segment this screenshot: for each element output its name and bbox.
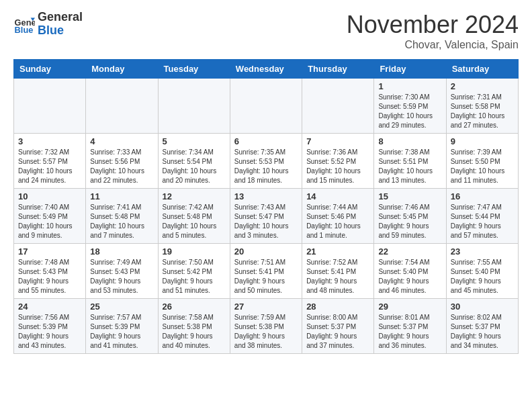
day-cell: 18Sunrise: 7:49 AM Sunset: 5:43 PM Dayli…	[86, 244, 158, 299]
day-number: 10	[18, 191, 81, 201]
weekday-header-saturday: Saturday	[446, 60, 518, 79]
day-info: Sunrise: 7:31 AM Sunset: 5:58 PM Dayligh…	[451, 93, 514, 130]
day-cell: 13Sunrise: 7:43 AM Sunset: 5:47 PM Dayli…	[230, 189, 302, 244]
day-cell: 26Sunrise: 7:58 AM Sunset: 5:38 PM Dayli…	[158, 299, 230, 354]
day-number: 23	[451, 246, 514, 257]
day-number: 3	[18, 136, 81, 146]
day-info: Sunrise: 7:43 AM Sunset: 5:47 PM Dayligh…	[234, 203, 298, 240]
logo-line1: General	[38, 11, 83, 24]
day-number: 12	[163, 191, 226, 201]
day-number: 20	[234, 246, 298, 257]
weekday-header-monday: Monday	[86, 60, 158, 79]
day-info: Sunrise: 7:56 AM Sunset: 5:39 PM Dayligh…	[18, 313, 81, 351]
day-number: 5	[163, 136, 226, 146]
day-cell: 4Sunrise: 7:33 AM Sunset: 5:56 PM Daylig…	[86, 134, 158, 189]
day-info: Sunrise: 7:57 AM Sunset: 5:39 PM Dayligh…	[90, 313, 153, 351]
day-number: 2	[451, 81, 514, 91]
week-row-3: 10Sunrise: 7:40 AM Sunset: 5:49 PM Dayli…	[14, 189, 519, 244]
day-info: Sunrise: 7:52 AM Sunset: 5:41 PM Dayligh…	[306, 258, 369, 295]
day-number: 17	[18, 246, 81, 257]
day-cell: 15Sunrise: 7:46 AM Sunset: 5:45 PM Dayli…	[374, 189, 446, 244]
day-cell: 9Sunrise: 7:39 AM Sunset: 5:50 PM Daylig…	[446, 134, 518, 189]
logo-icon: General Blue	[13, 13, 35, 35]
day-cell	[86, 79, 158, 134]
day-cell	[158, 79, 230, 134]
day-cell: 8Sunrise: 7:38 AM Sunset: 5:51 PM Daylig…	[374, 134, 446, 189]
week-row-2: 3Sunrise: 7:32 AM Sunset: 5:57 PM Daylig…	[14, 134, 519, 189]
day-number: 15	[378, 191, 441, 201]
day-number: 16	[451, 191, 514, 201]
day-info: Sunrise: 7:41 AM Sunset: 5:48 PM Dayligh…	[90, 203, 153, 240]
day-cell: 19Sunrise: 7:50 AM Sunset: 5:42 PM Dayli…	[158, 244, 230, 299]
day-cell: 10Sunrise: 7:40 AM Sunset: 5:49 PM Dayli…	[14, 189, 86, 244]
weekday-header-sunday: Sunday	[14, 60, 86, 79]
day-number: 30	[451, 302, 514, 312]
day-info: Sunrise: 7:34 AM Sunset: 5:54 PM Dayligh…	[163, 148, 226, 185]
day-number: 6	[234, 136, 298, 146]
day-info: Sunrise: 7:46 AM Sunset: 5:45 PM Dayligh…	[378, 203, 441, 240]
day-number: 7	[306, 136, 369, 146]
day-info: Sunrise: 7:54 AM Sunset: 5:40 PM Dayligh…	[378, 258, 441, 295]
day-info: Sunrise: 7:40 AM Sunset: 5:49 PM Dayligh…	[18, 203, 81, 240]
day-number: 24	[18, 302, 81, 312]
day-number: 29	[378, 302, 441, 312]
day-cell: 14Sunrise: 7:44 AM Sunset: 5:46 PM Dayli…	[302, 189, 374, 244]
logo: General Blue General Blue	[13, 11, 83, 38]
page-header: General Blue General Blue November 2024 …	[13, 11, 519, 51]
day-cell	[302, 79, 374, 134]
day-cell: 22Sunrise: 7:54 AM Sunset: 5:40 PM Dayli…	[374, 244, 446, 299]
day-info: Sunrise: 7:36 AM Sunset: 5:52 PM Dayligh…	[306, 148, 369, 185]
day-cell: 28Sunrise: 8:00 AM Sunset: 5:37 PM Dayli…	[302, 299, 374, 354]
day-info: Sunrise: 7:59 AM Sunset: 5:38 PM Dayligh…	[234, 313, 298, 351]
day-cell: 12Sunrise: 7:42 AM Sunset: 5:48 PM Dayli…	[158, 189, 230, 244]
day-number: 9	[451, 136, 514, 146]
day-cell: 17Sunrise: 7:48 AM Sunset: 5:43 PM Dayli…	[14, 244, 86, 299]
page-container: General Blue General Blue November 2024 …	[0, 0, 532, 365]
day-info: Sunrise: 7:48 AM Sunset: 5:43 PM Dayligh…	[18, 258, 81, 295]
location-subtitle: Chovar, Valencia, Spain	[347, 39, 519, 51]
day-number: 4	[90, 136, 153, 146]
day-info: Sunrise: 8:02 AM Sunset: 5:37 PM Dayligh…	[451, 313, 514, 351]
logo-line2: Blue	[38, 24, 83, 38]
week-row-4: 17Sunrise: 7:48 AM Sunset: 5:43 PM Dayli…	[14, 244, 519, 299]
weekday-header-friday: Friday	[374, 60, 446, 79]
day-info: Sunrise: 7:32 AM Sunset: 5:57 PM Dayligh…	[18, 148, 81, 185]
day-cell: 3Sunrise: 7:32 AM Sunset: 5:57 PM Daylig…	[14, 134, 86, 189]
day-cell: 25Sunrise: 7:57 AM Sunset: 5:39 PM Dayli…	[86, 299, 158, 354]
day-info: Sunrise: 7:47 AM Sunset: 5:44 PM Dayligh…	[451, 203, 514, 240]
day-number: 19	[163, 246, 226, 257]
day-number: 26	[163, 302, 226, 312]
day-cell: 23Sunrise: 7:55 AM Sunset: 5:40 PM Dayli…	[446, 244, 518, 299]
weekday-header-wednesday: Wednesday	[230, 60, 302, 79]
day-cell: 27Sunrise: 7:59 AM Sunset: 5:38 PM Dayli…	[230, 299, 302, 354]
day-info: Sunrise: 7:42 AM Sunset: 5:48 PM Dayligh…	[163, 203, 226, 240]
day-number: 14	[306, 191, 369, 201]
day-info: Sunrise: 7:30 AM Sunset: 5:59 PM Dayligh…	[378, 93, 441, 130]
weekday-header-thursday: Thursday	[302, 60, 374, 79]
calendar-table: SundayMondayTuesdayWednesdayThursdayFrid…	[13, 59, 519, 354]
day-info: Sunrise: 7:55 AM Sunset: 5:40 PM Dayligh…	[451, 258, 514, 295]
day-info: Sunrise: 7:49 AM Sunset: 5:43 PM Dayligh…	[90, 258, 153, 295]
day-number: 22	[378, 246, 441, 257]
day-cell	[14, 79, 86, 134]
month-title: November 2024	[347, 11, 519, 39]
calendar-body: 1Sunrise: 7:30 AM Sunset: 5:59 PM Daylig…	[14, 79, 519, 354]
week-row-5: 24Sunrise: 7:56 AM Sunset: 5:39 PM Dayli…	[14, 299, 519, 354]
day-info: Sunrise: 7:35 AM Sunset: 5:53 PM Dayligh…	[234, 148, 298, 185]
day-info: Sunrise: 7:44 AM Sunset: 5:46 PM Dayligh…	[306, 203, 369, 240]
day-cell: 16Sunrise: 7:47 AM Sunset: 5:44 PM Dayli…	[446, 189, 518, 244]
day-number: 27	[234, 302, 298, 312]
day-cell: 6Sunrise: 7:35 AM Sunset: 5:53 PM Daylig…	[230, 134, 302, 189]
week-row-1: 1Sunrise: 7:30 AM Sunset: 5:59 PM Daylig…	[14, 79, 519, 134]
day-cell: 1Sunrise: 7:30 AM Sunset: 5:59 PM Daylig…	[374, 79, 446, 134]
day-cell	[230, 79, 302, 134]
day-info: Sunrise: 7:58 AM Sunset: 5:38 PM Dayligh…	[163, 313, 226, 351]
weekday-header-tuesday: Tuesday	[158, 60, 230, 79]
title-block: November 2024 Chovar, Valencia, Spain	[347, 11, 519, 51]
day-number: 1	[378, 81, 441, 91]
day-cell: 30Sunrise: 8:02 AM Sunset: 5:37 PM Dayli…	[446, 299, 518, 354]
svg-text:Blue: Blue	[15, 25, 34, 35]
calendar-header: SundayMondayTuesdayWednesdayThursdayFrid…	[14, 60, 519, 79]
day-cell: 20Sunrise: 7:51 AM Sunset: 5:41 PM Dayli…	[230, 244, 302, 299]
day-number: 13	[234, 191, 298, 201]
